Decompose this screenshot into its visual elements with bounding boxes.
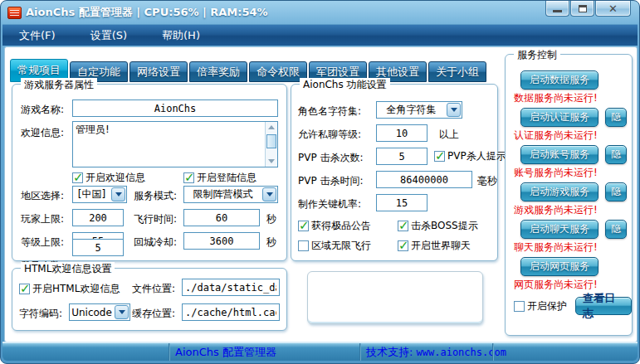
start-account-service-button[interactable]: 启动账号服务 — [520, 145, 598, 164]
recall-cooldown-input[interactable] — [183, 232, 260, 250]
status-cell-empty-right — [494, 343, 638, 361]
tab-rates[interactable]: 倍率奖励 — [189, 61, 247, 82]
window-title: AionChs 配置管理器 | CPU:56% | RAM:54% — [26, 5, 268, 20]
boss-checkbox-box[interactable] — [398, 221, 408, 231]
start-auth-service-button[interactable]: 启动认证服务 — [520, 108, 598, 127]
service-row-data: 启动数据服务 — [520, 70, 598, 90]
checkbox-rare-announce[interactable]: 获得极品公告 — [298, 219, 371, 233]
checkbox-html-welcome[interactable]: 开启HTML欢迎信息 — [19, 282, 120, 296]
title-bar[interactable]: AionChs 配置管理器 | CPU:56% | RAM:54% — [1, 1, 639, 24]
menu-file[interactable]: 文件(F) — [14, 27, 61, 45]
welcome-scrollbar[interactable] — [265, 122, 277, 167]
chevron-down-icon — [447, 103, 461, 117]
fly-checkbox-box[interactable] — [298, 240, 309, 251]
close-button[interactable]: ✕ — [595, 1, 631, 17]
fly-time-unit: 秒 — [266, 212, 276, 226]
hide-auth-service-button[interactable]: 隐 — [605, 108, 627, 127]
app-icon — [7, 7, 22, 19]
cache-location-input[interactable] — [182, 303, 280, 321]
view-log-button[interactable]: 查看日志 — [575, 297, 632, 315]
group-server-properties-title: 游戏服务器属性 — [21, 78, 97, 92]
worldchat-checkbox-box[interactable] — [398, 240, 408, 251]
checkbox-pvp-kill-tip[interactable]: PVP杀人提示 — [434, 149, 506, 163]
hide-chat-service-button[interactable]: 隐 — [605, 220, 627, 239]
tab-about[interactable]: 关于小组 — [428, 61, 486, 82]
data-service-status: 数据服务尚未运行! — [514, 91, 598, 105]
scroll-thumb[interactable] — [266, 134, 276, 148]
game-name-input[interactable] — [72, 99, 278, 117]
status-support: 技术支持: www.aionchs.com — [361, 343, 492, 361]
maximize-button[interactable] — [570, 1, 594, 17]
app-window: AionChs 配置管理器 | CPU:56% | RAM:54% ✕ 文件(F… — [0, 0, 640, 364]
recall-cooldown-unit: 秒 — [266, 235, 276, 250]
welcome-message-label: 欢迎信息: — [21, 126, 64, 140]
tab-network[interactable]: 网络设置 — [129, 61, 188, 82]
checkbox-welcome-message[interactable]: 开启欢迎信息 — [72, 171, 145, 185]
pvp-tip-checkbox-box[interactable] — [434, 151, 445, 162]
status-app-name: AionChs 配置管理器 — [170, 343, 359, 361]
html-welcome-checkbox-box[interactable] — [19, 284, 30, 294]
pvp-time-label: PVP 击杀时间: — [298, 174, 364, 188]
fly-time-input[interactable] — [183, 209, 260, 226]
region-select[interactable]: [中国] — [72, 186, 127, 203]
window-controls: ✕ — [545, 1, 631, 17]
start-data-service-button[interactable]: 启动数据服务 — [520, 70, 598, 90]
fly-time-label: 飞行时间: — [134, 212, 177, 226]
cache-location-label: 缓存位置: — [132, 307, 175, 321]
player-cap-input[interactable] — [72, 209, 124, 226]
checkbox-login-message[interactable]: 开启登陆信息 — [183, 171, 256, 185]
group-function-settings-title: AionChs 功能设置 — [300, 78, 390, 92]
account-service-status: 账号服务尚未运行! — [514, 166, 598, 180]
menu-bar: 文件(F) 设置(S) 帮助(H) — [2, 24, 638, 46]
pm-level-input[interactable] — [376, 124, 427, 142]
charset-select[interactable]: 全角字符集 — [376, 101, 462, 119]
recall-cooldown-label: 回城冷却: — [134, 235, 177, 250]
chat-service-status: 聊天服务尚未运行! — [514, 240, 598, 255]
status-bar: AionChs 配置管理器 技术支持: www.aionchs.com — [2, 342, 638, 361]
service-row-web: 启动网页服务 — [520, 257, 598, 276]
hide-account-service-button[interactable]: 隐 — [605, 145, 627, 164]
player-cap-label: 玩家上限: — [21, 212, 64, 226]
file-location-input[interactable] — [182, 279, 280, 296]
service-mode-label: 服务模式: — [134, 189, 177, 203]
minimize-button[interactable] — [545, 1, 569, 17]
menu-help[interactable]: 帮助(H) — [157, 27, 205, 45]
craft-rate-input[interactable] — [376, 194, 427, 211]
welcome-message-textarea[interactable]: 管理员! — [72, 121, 278, 167]
login-count-input[interactable] — [72, 239, 124, 256]
menu-settings[interactable]: 设置(S) — [85, 27, 132, 45]
start-game-service-button[interactable]: 启动游戏服务 — [520, 182, 598, 201]
group-function-settings: AionChs 功能设置 角色名字符集: 全角字符集 允许私聊等级: 以上 PV… — [291, 84, 498, 261]
tab-commands[interactable]: 命令权限 — [249, 61, 307, 82]
file-location-label: 文件位置: — [132, 282, 175, 296]
game-service-status: 游戏服务尚未运行! — [514, 203, 598, 217]
pvp-kills-input[interactable] — [376, 148, 427, 165]
scroll-up-icon — [268, 125, 275, 129]
encoding-select[interactable]: Unicode — [69, 303, 130, 321]
close-icon: ✕ — [608, 3, 618, 14]
chevron-down-icon — [111, 187, 125, 201]
checkbox-world-chat[interactable]: 开启世界聊天 — [398, 239, 471, 253]
start-web-service-button[interactable]: 启动网页服务 — [520, 257, 598, 276]
chevron-down-icon — [262, 187, 276, 201]
hide-game-service-button[interactable]: 隐 — [605, 182, 627, 201]
checkbox-protect[interactable]: 开启保护 — [514, 299, 567, 313]
minimize-icon — [553, 10, 562, 12]
login-checkbox-box[interactable] — [183, 172, 194, 183]
service-row-auth: 启动认证服务 隐 — [520, 108, 627, 127]
checkbox-boss-tip[interactable]: 击杀BOSS提示 — [398, 219, 478, 233]
service-bottom-row: 开启保护 查看日志 — [514, 297, 632, 315]
pvp-time-input[interactable] — [376, 171, 472, 188]
rare-checkbox-box[interactable] — [298, 221, 309, 231]
protect-checkbox-box[interactable] — [514, 301, 525, 312]
empty-panel — [307, 271, 483, 324]
welcome-checkbox-box[interactable] — [72, 172, 83, 183]
encoding-label: 字符编码: — [19, 307, 62, 321]
service-mode-select[interactable]: 限制阵营模式 — [183, 186, 278, 203]
checkbox-free-fly[interactable]: 区域无限飞行 — [298, 239, 371, 253]
pvp-kills-label: PVP 击杀次数: — [298, 151, 364, 165]
maximize-icon — [579, 5, 587, 12]
start-chat-service-button[interactable]: 启动聊天服务 — [520, 220, 598, 239]
service-list: 启动数据服务 数据服务尚未运行! 启动认证服务 隐 认证服务尚未运行! 启动账号… — [506, 68, 632, 315]
group-service-control: 服务控制 启动数据服务 数据服务尚未运行! 启动认证服务 隐 认证服务尚未运行!… — [505, 54, 633, 336]
